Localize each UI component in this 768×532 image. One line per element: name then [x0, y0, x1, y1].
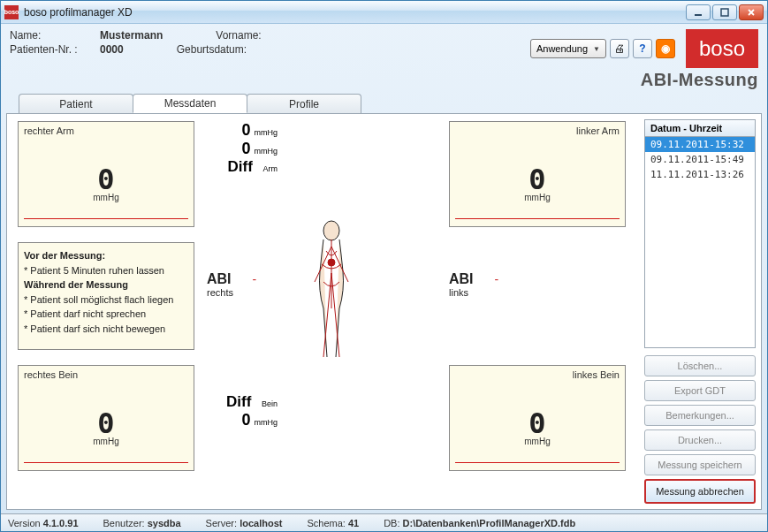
status-server: Server: localhost [206, 518, 283, 528]
abi-label: ABI [449, 271, 474, 286]
maximize-button[interactable] [712, 4, 737, 20]
body-figure [304, 220, 359, 361]
brand-logo: boso [686, 29, 758, 68]
svg-point-2 [323, 221, 339, 240]
card-unit: mmHg [450, 193, 625, 202]
abi-side: rechts [207, 287, 256, 298]
name-label: Name: [10, 29, 100, 42]
card-rechtes-bein: rechtes Bein 0 mmHg [18, 365, 194, 471]
card-title: linkes Bein [573, 369, 620, 380]
card-unit: mmHg [19, 437, 194, 446]
bemerkungen-button[interactable]: Bemerkungen... [644, 405, 756, 426]
window-title: boso profilmanager XD [24, 6, 686, 19]
info-l2: * Patient soll möglichst flach liegen [24, 294, 173, 305]
abi-links: ABI- links [449, 271, 498, 298]
card-title: linker Arm [576, 125, 620, 136]
svg-rect-1 [721, 9, 728, 16]
card-baseline [455, 462, 620, 463]
abi-side: links [449, 287, 498, 298]
card-linkes-bein: linkes Bein 0 mmHg [449, 365, 626, 471]
diff-label: Diff [226, 393, 258, 411]
page-subtitle: ABI-Messung [530, 70, 758, 90]
list-header: Datum - Uhrzeit [644, 119, 756, 137]
list-item[interactable]: 11.11.2011-13:26 [645, 167, 755, 182]
svg-point-3 [328, 259, 335, 266]
svg-rect-0 [695, 14, 702, 16]
anwendung-combo[interactable]: Anwendung ▼ [530, 39, 606, 58]
card-unit: mmHg [19, 193, 194, 202]
titlebar: boso boso profilmanager XD [1, 1, 767, 24]
card-baseline [24, 218, 188, 219]
card-linker-arm: linker Arm 0 mmHg [449, 121, 626, 227]
info-h2: Während der Messung [24, 279, 128, 290]
list-item[interactable]: 09.11.2011-15:32 [645, 137, 755, 152]
instructions-box: Vor der Messung: * Patient 5 Minuten ruh… [18, 242, 194, 350]
minimize-button[interactable] [686, 4, 711, 20]
card-value: 0 [450, 407, 625, 440]
card-title: rechtes Bein [24, 369, 78, 380]
statusbar: Version 4.1.0.91 Benutzer: sysdba Server… [1, 513, 767, 531]
status-version: Version 4.1.0.91 [8, 518, 79, 528]
diff-label: Diff [228, 158, 260, 176]
diff-val2: 0 [241, 140, 250, 158]
diff-unit2: mmHg [255, 147, 278, 156]
abi-label: ABI [207, 271, 232, 286]
patnr-value: 0000 [100, 43, 124, 56]
measurement-area: rechter Arm 0 mmHg linker Arm 0 mmHg rec… [7, 114, 644, 509]
tab-patient[interactable]: Patient [19, 94, 133, 113]
diff-bein-label: Bein [262, 399, 278, 408]
diff-bein-block: DiffBein 0mmHg [200, 393, 278, 429]
abi-rechts: ABI- rechts [207, 271, 256, 298]
close-button[interactable] [739, 4, 764, 20]
diff-unit-bot: mmHg [255, 418, 278, 427]
main-panel: rechter Arm 0 mmHg linker Arm 0 mmHg rec… [6, 113, 762, 510]
app-window: boso boso profilmanager XD Name: Musterm… [0, 0, 768, 532]
vorname-label: Vorname: [216, 29, 306, 42]
status-db: DB: D:\Datenbanken\ProfilManagerXD.fdb [384, 518, 575, 528]
card-value: 0 [450, 163, 625, 196]
abi-dash: - [495, 272, 499, 286]
status-user: Benutzer: sysdba [103, 518, 181, 528]
patnr-label: Patienten-Nr. : [10, 43, 100, 56]
geb-label: Geburtsdatum: [177, 43, 267, 56]
info-l4: * Patient darf sich nicht bewegen [24, 323, 165, 334]
diff-unit1: mmHg [255, 128, 278, 137]
diff-val1: 0 [241, 121, 250, 140]
card-value: 0 [19, 407, 194, 440]
side-panel: Datum - Uhrzeit 09.11.2011-15:32 09.11.2… [644, 114, 761, 509]
anwendung-label: Anwendung [536, 43, 588, 54]
help-icon-button[interactable]: ? [633, 39, 652, 58]
card-baseline [455, 218, 620, 219]
card-value: 0 [19, 163, 194, 196]
abi-dash: - [253, 272, 257, 286]
tab-messdaten[interactable]: Messdaten [133, 94, 247, 113]
info-l1: * Patient 5 Minuten ruhen lassen [24, 265, 164, 276]
print-icon-button[interactable]: 🖨 [610, 39, 629, 58]
info-h1: Vor der Messung: [24, 250, 105, 261]
tab-profile[interactable]: Profile [247, 94, 361, 113]
status-schema: Schema: 41 [307, 518, 359, 528]
drucken-button[interactable]: Drucken... [644, 429, 756, 451]
list-item[interactable]: 09.11.2011-15:49 [645, 152, 755, 167]
card-unit: mmHg [450, 437, 625, 446]
card-rechter-arm: rechter Arm 0 mmHg [18, 121, 194, 227]
measurement-list[interactable]: 09.11.2011-15:32 09.11.2011-15:49 11.11.… [644, 137, 756, 348]
diff-arm-block: 0mmHg 0mmHg DiffArm [200, 121, 278, 176]
chevron-down-icon: ▼ [593, 45, 600, 53]
speichern-button[interactable]: Messung speichern [644, 454, 756, 475]
card-title: rechter Arm [24, 125, 74, 136]
diff-val-bot: 0 [241, 411, 250, 429]
name-value: Mustermann [100, 29, 163, 42]
tabs: Patient Messdaten Profile [1, 94, 767, 113]
record-icon-button[interactable]: ◉ [656, 39, 675, 58]
info-l3: * Patient darf nicht sprechen [24, 308, 146, 319]
loeschen-button[interactable]: Löschen... [644, 355, 756, 376]
header: Name: Mustermann Vorname: Patienten-Nr. … [1, 24, 767, 90]
export-gdt-button[interactable]: Export GDT [644, 380, 756, 401]
app-icon: boso [4, 5, 19, 19]
card-baseline [24, 462, 188, 463]
diff-arm-label: Arm [263, 164, 278, 173]
abbrechen-button[interactable]: Messung abbrechen [644, 479, 756, 504]
